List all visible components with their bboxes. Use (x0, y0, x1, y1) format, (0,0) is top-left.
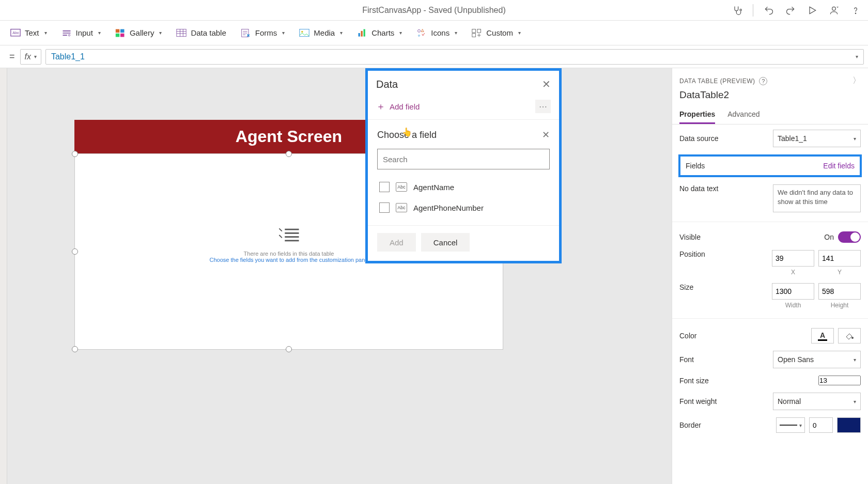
field-type-icon: Abc (396, 182, 407, 192)
datasource-select[interactable]: Table1_1 ▾ (773, 130, 861, 147)
resize-handle-icon[interactable] (72, 346, 78, 352)
fontsize-input[interactable] (818, 376, 861, 385)
prop-size: Size Width Height (679, 283, 861, 309)
ribbon-media[interactable]: Media▾ (299, 28, 343, 38)
chevron-down-icon: ▾ (854, 399, 856, 404)
ribbon-gallery[interactable]: Gallery▾ (115, 28, 162, 38)
resize-handle-icon[interactable] (72, 151, 78, 157)
close-icon[interactable]: ✕ (542, 129, 550, 140)
ribbon-forms[interactable]: Forms▾ (241, 28, 285, 38)
person-icon[interactable] (828, 4, 840, 17)
svg-rect-10 (177, 29, 186, 36)
nodata-input[interactable]: We didn't find any data to show at this … (773, 184, 861, 212)
chevron-down-icon: ▾ (340, 30, 343, 36)
svg-point-13 (301, 30, 303, 32)
fontweight-select[interactable]: Normal ▾ (773, 393, 861, 410)
font-select[interactable]: Open Sans ▾ (773, 351, 861, 368)
chevron-down-icon: ▾ (854, 357, 856, 363)
panel-header: DATA TABLE (PREVIEW) (679, 77, 755, 85)
prop-label: Font weight (679, 397, 717, 405)
prop-label: Border (679, 421, 701, 429)
height-input[interactable] (818, 283, 861, 300)
checkbox[interactable] (379, 202, 390, 213)
separator (672, 222, 868, 222)
pos-y-input[interactable] (818, 250, 861, 267)
help-icon[interactable] (849, 4, 862, 17)
fill-color-button[interactable] (838, 328, 861, 344)
ribbon-icons[interactable]: Icons▾ (416, 28, 457, 38)
width-label: Width (772, 302, 814, 309)
prop-label: Font size (679, 377, 709, 385)
expand-icon[interactable]: 〉 (853, 75, 861, 86)
datatable-empty-state: There are no fields in this data table C… (210, 225, 368, 263)
undo-icon[interactable] (763, 4, 775, 17)
ribbon-input-label: Input (76, 28, 93, 37)
add-button[interactable]: Add (377, 233, 416, 252)
edit-fields-link[interactable]: Edit fields (823, 162, 855, 170)
insert-ribbon: AbcText▾ Input▾ Gallery▾ Data table Form… (0, 21, 868, 45)
left-rail[interactable] (0, 68, 7, 484)
resize-handle-icon[interactable] (286, 151, 292, 157)
redo-icon[interactable] (784, 4, 797, 17)
prop-fields: Fields Edit fields (678, 154, 862, 177)
field-row[interactable]: Abc AgentPhoneNumber (377, 197, 550, 218)
ribbon-datatable[interactable]: Data table (176, 28, 226, 38)
fx-dropdown[interactable]: fx▾ (20, 49, 41, 65)
help-icon[interactable]: ? (759, 77, 767, 85)
field-name: AgentPhoneNumber (413, 204, 484, 212)
ribbon-text[interactable]: AbcText▾ (10, 28, 47, 38)
prop-label: Fields (686, 162, 705, 170)
close-icon[interactable]: ✕ (542, 78, 551, 90)
svg-point-5 (68, 34, 70, 36)
cancel-button[interactable]: Cancel (421, 233, 470, 252)
prop-fontweight: Font weight Normal ▾ (679, 393, 861, 410)
ribbon-icons-label: Icons (431, 28, 450, 37)
tab-advanced[interactable]: Advanced (727, 106, 760, 124)
resize-handle-icon[interactable] (286, 346, 292, 352)
border-style-select[interactable]: ▾ (776, 417, 805, 433)
ribbon-forms-label: Forms (255, 28, 277, 37)
visible-toggle[interactable] (838, 231, 861, 243)
fontweight-value: Normal (778, 397, 801, 405)
ribbon-charts[interactable]: Charts▾ (357, 28, 402, 38)
resize-handle-icon[interactable] (72, 248, 78, 255)
svg-point-17 (418, 29, 421, 32)
equals-label: = (4, 51, 20, 62)
tab-properties[interactable]: Properties (679, 106, 715, 124)
border-color-button[interactable] (837, 417, 861, 433)
ribbon-input[interactable]: Input▾ (61, 28, 101, 38)
svg-rect-7 (120, 29, 125, 33)
add-field-label: Add field (390, 102, 420, 111)
width-input[interactable] (772, 283, 814, 300)
add-field-button[interactable]: ＋ Add field 👆 (376, 100, 420, 113)
properties-panel: DATA TABLE (PREVIEW) ? 〉 DataTable2 Prop… (672, 68, 868, 484)
ribbon-text-label: Text (25, 28, 39, 37)
search-input[interactable] (377, 149, 550, 169)
svg-rect-8 (116, 33, 120, 37)
field-search[interactable] (377, 149, 550, 169)
svg-rect-20 (472, 33, 476, 37)
ribbon-custom[interactable]: Custom▾ (472, 28, 521, 38)
svg-rect-16 (364, 29, 365, 36)
chevron-down-icon: ▾ (455, 30, 457, 36)
field-row[interactable]: Abc AgentName (377, 177, 550, 197)
more-options-icon[interactable]: ⋯ (535, 100, 551, 113)
svg-rect-12 (300, 29, 309, 36)
border-width-input[interactable] (809, 417, 833, 433)
font-color-button[interactable]: A (811, 328, 834, 344)
field-name: AgentName (413, 183, 454, 192)
prop-font: Font Open Sans ▾ (679, 351, 861, 368)
field-type-icon: Abc (396, 203, 407, 212)
svg-point-21 (851, 337, 854, 339)
play-icon[interactable] (806, 4, 818, 17)
prop-label: Position (679, 250, 705, 258)
prop-nodatatext: No data text We didn't find any data to … (679, 184, 861, 212)
prop-visible: Visible On (679, 231, 861, 243)
canvas-area[interactable]: Agent Screen There are no fields in this… (7, 68, 672, 484)
formula-input[interactable]: Table1_1 ▾ (45, 49, 864, 65)
checkbox[interactable] (379, 182, 390, 192)
empty-line2[interactable]: Choose the fields you want to add from t… (210, 257, 368, 263)
pos-x-input[interactable] (772, 250, 814, 267)
main-area: Agent Screen There are no fields in this… (0, 68, 868, 484)
stethoscope-icon[interactable] (731, 4, 743, 17)
